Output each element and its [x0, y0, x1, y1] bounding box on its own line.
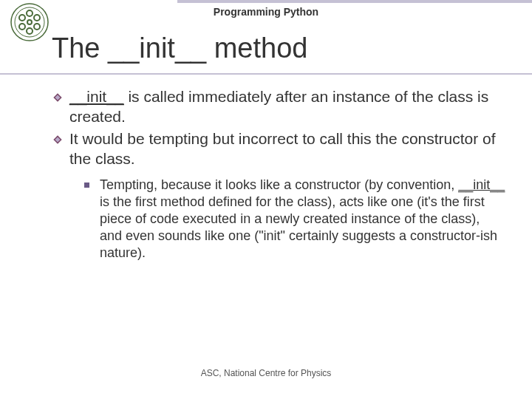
- svg-point-8: [27, 20, 32, 24]
- svg-point-4: [34, 24, 40, 30]
- institution-logo: [10, 3, 49, 41]
- svg-point-2: [27, 10, 33, 16]
- slide-title: The __init__ method: [52, 33, 307, 64]
- sub-bullet-item-1: Tempting, because it looks like a constr…: [84, 177, 505, 262]
- svg-point-7: [19, 15, 25, 21]
- title-underline: [0, 73, 532, 75]
- diamond-bullet-icon: [53, 135, 62, 144]
- sub-bullet-text-1: Tempting, because it looks like a constr…: [100, 177, 505, 262]
- course-title: Programming Python: [0, 6, 532, 18]
- svg-point-5: [27, 28, 33, 34]
- init-keyword: __init__: [69, 88, 124, 105]
- sub-text-b: is the first method defined for the clas…: [100, 194, 497, 260]
- diamond-bullet-icon: [53, 93, 62, 102]
- top-accent-bar: [177, 0, 532, 3]
- init-keyword-sub: __init__: [458, 177, 505, 192]
- svg-point-6: [19, 24, 25, 30]
- bullet-text-2: It would be tempting but incorrect to ca…: [69, 129, 505, 169]
- bullet-item-2: It would be tempting but incorrect to ca…: [53, 129, 505, 169]
- footer-text: ASC, National Centre for Physics: [0, 368, 532, 378]
- sub-text-a: Tempting, because it looks like a constr…: [100, 177, 458, 192]
- svg-point-3: [34, 15, 40, 21]
- bullet-text-1: __init__ is called immediately after an …: [69, 87, 505, 127]
- square-bullet-icon: [84, 183, 89, 188]
- svg-point-1: [15, 7, 44, 37]
- svg-point-0: [11, 4, 48, 41]
- bullet-text-1-rest: is called immediately after an instance …: [69, 88, 488, 125]
- bullet-item-1: __init__ is called immediately after an …: [53, 87, 505, 127]
- content-area: __init__ is called immediately after an …: [53, 87, 505, 262]
